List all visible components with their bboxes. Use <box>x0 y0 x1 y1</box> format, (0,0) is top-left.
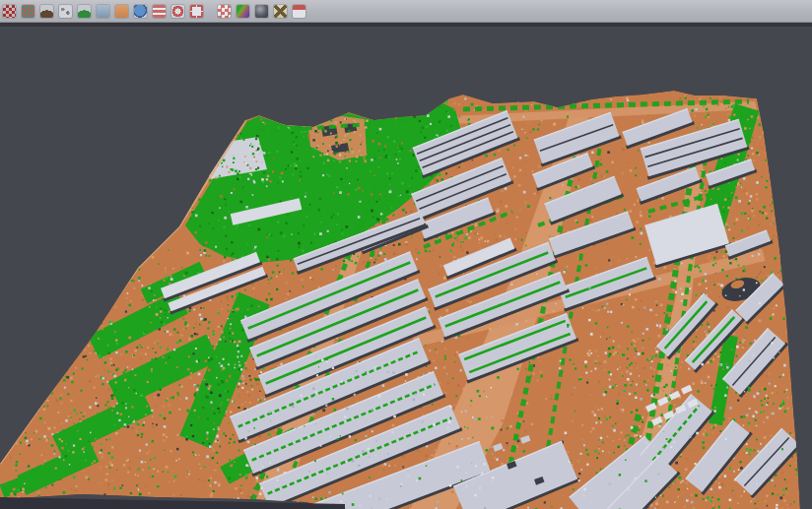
red-ring-button[interactable] <box>169 2 186 20</box>
colormap-button[interactable] <box>235 2 251 20</box>
red-layers-button[interactable] <box>151 2 168 20</box>
vegetation-mound-icon <box>78 5 91 18</box>
selection-brackets-icon <box>190 5 203 18</box>
toolbar <box>0 0 812 23</box>
sparse-points-button[interactable] <box>57 2 74 20</box>
ortho-tile-button[interactable] <box>113 2 130 20</box>
terrain-mound-icon <box>40 5 53 18</box>
red-checker-button[interactable] <box>216 2 233 20</box>
application-window <box>0 0 812 509</box>
dark-sphere-button[interactable] <box>253 2 270 20</box>
scene-canvas[interactable] <box>0 23 812 509</box>
classified-points-button[interactable] <box>1 2 18 20</box>
globe-button[interactable] <box>132 2 149 20</box>
globe-icon <box>134 5 147 18</box>
blue-panel-button[interactable] <box>95 2 111 20</box>
hourglass-icon <box>274 5 287 18</box>
clipping-card-icon <box>293 5 305 18</box>
3d-viewport[interactable] <box>0 23 812 509</box>
blue-panel-icon <box>97 5 109 18</box>
ortho-tile-icon <box>115 5 128 18</box>
clipping-card-button[interactable] <box>291 2 307 20</box>
red-checker-icon <box>218 5 231 18</box>
colormap-icon <box>237 5 249 18</box>
red-ring-icon <box>171 5 184 18</box>
toolbar-group <box>1 2 205 20</box>
classified-points-icon <box>3 5 16 18</box>
vegetation-mound-button[interactable] <box>76 2 93 20</box>
red-layers-icon <box>153 5 166 18</box>
multicolor-points-icon <box>22 5 34 18</box>
dark-sphere-icon <box>255 5 268 18</box>
terrain-mound-button[interactable] <box>38 2 55 20</box>
multicolor-points-button[interactable] <box>20 2 36 20</box>
toolbar-group <box>216 2 307 20</box>
selection-brackets-button[interactable] <box>188 2 205 20</box>
hourglass-button[interactable] <box>272 2 289 20</box>
viewport-top-shade <box>0 23 812 27</box>
sparse-points-icon <box>59 5 72 18</box>
